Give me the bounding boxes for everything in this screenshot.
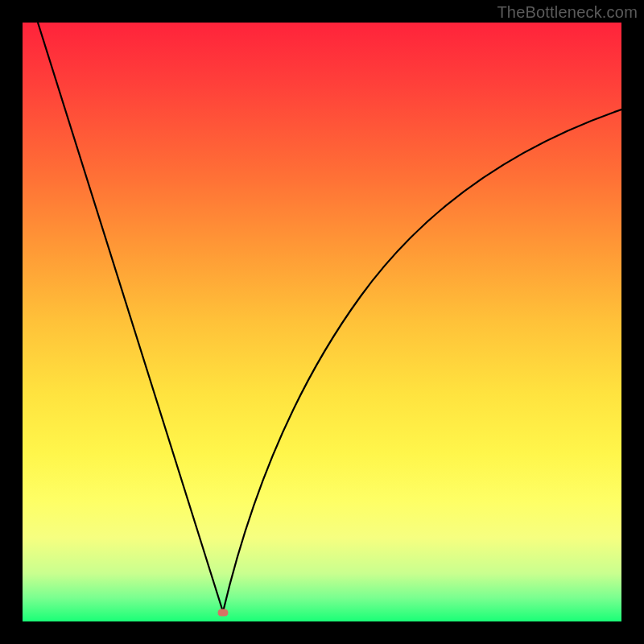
curve-svg bbox=[23, 23, 621, 621]
plot-area bbox=[23, 23, 621, 621]
curve-right-branch bbox=[223, 109, 621, 612]
optimal-point-marker bbox=[218, 609, 229, 616]
watermark-text: TheBottleneck.com bbox=[497, 3, 638, 22]
curve-left-branch bbox=[38, 23, 223, 612]
chart-frame: TheBottleneck.com bbox=[0, 0, 644, 644]
